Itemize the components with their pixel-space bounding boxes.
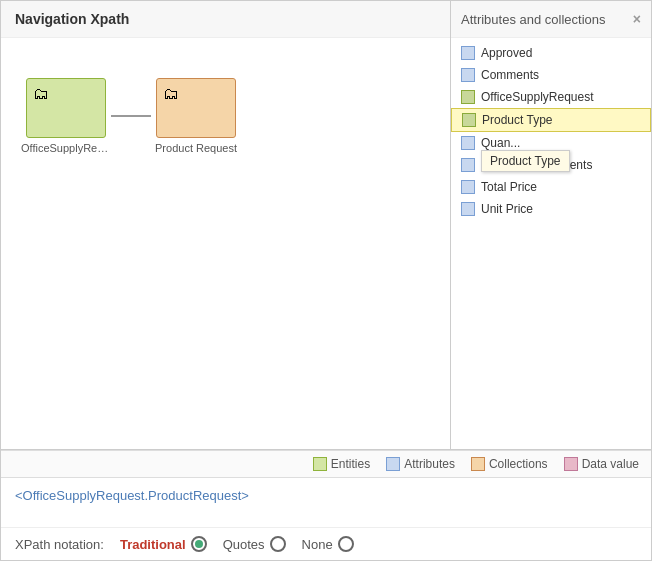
legend-entities: Entities [313,457,370,471]
connector-line [111,115,151,117]
notation-none[interactable]: None [302,536,354,552]
attr-checkbox-comments [461,68,475,82]
notation-traditional[interactable]: Traditional [120,536,207,552]
notation-traditional-label: Traditional [120,537,186,552]
right-panel-title: Attributes and collections [461,12,606,27]
legend-attributes-label: Attributes [404,457,455,471]
attr-item-producttype[interactable]: Product Type [451,108,651,132]
attr-label-quantity: Quan... [481,136,520,150]
main-container: Navigation Xpath 🗂 OfficeSupplyReq... 🗂 [0,0,652,561]
right-panel-header: Attributes and collections × [451,1,651,38]
attr-checkbox-totalprice [461,180,475,194]
notation-quotes[interactable]: Quotes [223,536,286,552]
right-panel: Attributes and collections × Approved Co… [451,1,651,449]
product-type-tooltip: Product Type [481,150,570,172]
attr-label-producttype: Product Type [482,113,553,127]
notation-traditional-radio[interactable] [191,536,207,552]
entity-node-label: OfficeSupplyReq... [21,142,111,154]
notation-none-label: None [302,537,333,552]
entity-icon: 🗂 [33,85,49,103]
legend-attributes: Attributes [386,457,455,471]
attr-item-unitprice[interactable]: Unit Price [451,198,651,220]
notation-none-radio[interactable] [338,536,354,552]
legend-attributes-color [386,457,400,471]
navigation-xpath-title: Navigation Xpath [15,11,129,27]
left-panel-header: Navigation Xpath [1,1,450,38]
attr-label-approved: Approved [481,46,532,60]
legend-collections: Collections [471,457,548,471]
notation-traditional-radio-inner [195,540,203,548]
legend-entities-label: Entities [331,457,370,471]
node-entity-wrapper: 🗂 OfficeSupplyReq... [21,78,111,154]
attr-checkbox-producttype [462,113,476,127]
top-section: Navigation Xpath 🗂 OfficeSupplyReq... 🗂 [1,1,651,450]
legend-collections-color [471,457,485,471]
close-button[interactable]: × [633,11,641,27]
notation-quotes-radio-inner [274,540,282,548]
attr-item-comments[interactable]: Comments [451,64,651,86]
notation-bar: XPath notation: Traditional Quotes None [1,528,651,560]
xpath-display: <OfficeSupplyRequest.ProductRequest> [1,478,651,528]
attr-item-officesupplyrequest[interactable]: OfficeSupplyRequest [451,86,651,108]
attr-item-approved[interactable]: Approved [451,42,651,64]
entity-node[interactable]: 🗂 [26,78,106,138]
legend-datavalue-label: Data value [582,457,639,471]
attr-checkbox-unitprice [461,202,475,216]
notation-label: XPath notation: [15,537,104,552]
attr-label-unitprice: Unit Price [481,202,533,216]
notation-quotes-label: Quotes [223,537,265,552]
attr-label-officesupplyrequest: OfficeSupplyRequest [481,90,594,104]
legend-datavalue: Data value [564,457,639,471]
left-panel-body: 🗂 OfficeSupplyReq... 🗂 Product Request [1,38,450,449]
legend-datavalue-color [564,457,578,471]
attr-label-comments: Comments [481,68,539,82]
collection-icon: 🗂 [163,85,179,103]
diagram-area: 🗂 OfficeSupplyReq... 🗂 Product Request [21,78,241,154]
attr-checkbox-rejectioncomments [461,158,475,172]
attr-checkbox-quantity [461,136,475,150]
left-panel: Navigation Xpath 🗂 OfficeSupplyReq... 🗂 [1,1,451,449]
notation-quotes-radio[interactable] [270,536,286,552]
legend-collections-label: Collections [489,457,548,471]
legend-bar: Entities Attributes Collections Data val… [1,450,651,478]
notation-none-radio-inner [342,540,350,548]
node-collection-wrapper: 🗂 Product Request [151,78,241,154]
legend-entities-color [313,457,327,471]
attr-item-quantity[interactable]: Quan... Product Type [451,132,651,154]
attr-label-totalprice: Total Price [481,180,537,194]
attr-checkbox-officesupplyrequest [461,90,475,104]
collection-node-label: Product Request [151,142,241,154]
xpath-value: <OfficeSupplyRequest.ProductRequest> [15,488,249,503]
attr-item-totalprice[interactable]: Total Price [451,176,651,198]
attr-checkbox-approved [461,46,475,60]
collection-node[interactable]: 🗂 [156,78,236,138]
attributes-list: Approved Comments OfficeSupplyRequest Pr… [451,38,651,449]
